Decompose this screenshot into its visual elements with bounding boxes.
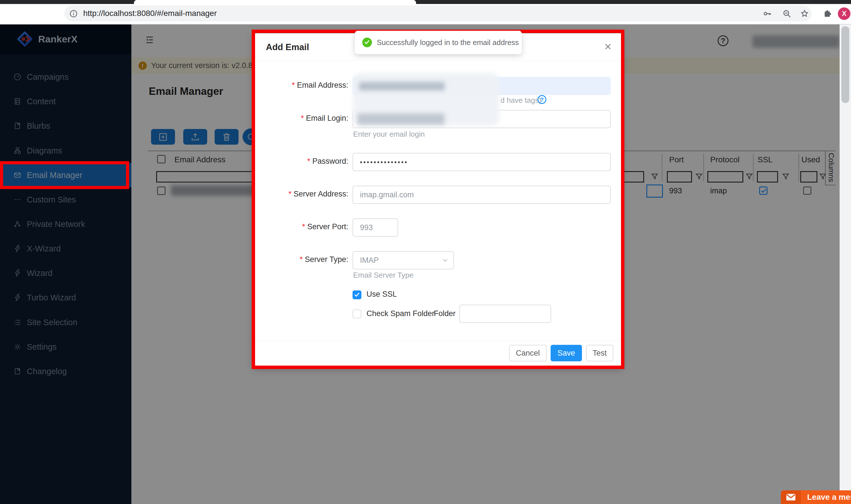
browser-tab-strip bbox=[0, 0, 851, 4]
question-circle-icon[interactable]: ? bbox=[538, 95, 546, 104]
check-spam-folder-checkbox[interactable] bbox=[352, 309, 361, 318]
puzzle-extensions-icon[interactable] bbox=[822, 9, 832, 18]
email-login-helper: Enter your email login bbox=[353, 130, 424, 139]
chat-widget[interactable]: Leave a messa bbox=[781, 490, 851, 504]
browser-active-tab[interactable] bbox=[134, 0, 416, 4]
modal-title: Add Email bbox=[266, 42, 309, 52]
folder-input[interactable] bbox=[459, 305, 551, 323]
info-icon[interactable] bbox=[69, 9, 78, 18]
check-spam-folder-label[interactable]: Check Spam Folder bbox=[366, 309, 435, 318]
check-icon bbox=[365, 39, 369, 44]
server-type-helper: Email Server Type bbox=[353, 271, 414, 280]
use-ssl-label[interactable]: Use SSL bbox=[366, 290, 397, 299]
server-type-select[interactable]: IMAP bbox=[352, 251, 454, 269]
test-button[interactable]: Test bbox=[586, 345, 613, 361]
save-button[interactable]: Save bbox=[551, 345, 582, 361]
browser-profile-avatar[interactable]: X bbox=[838, 7, 850, 20]
server-type-value: IMAP bbox=[353, 252, 453, 269]
modal-footer-divider bbox=[254, 341, 622, 341]
envelope-icon bbox=[781, 490, 801, 504]
server-port-label: Server Port: bbox=[257, 222, 348, 233]
chat-widget-label: Leave a messa bbox=[807, 490, 851, 504]
success-check-icon bbox=[362, 38, 372, 47]
star-bookmark-icon[interactable] bbox=[800, 9, 810, 18]
email-address-label: Email Address: bbox=[257, 81, 348, 91]
browser-toolbar-divider bbox=[0, 24, 851, 24]
cancel-button[interactable]: Cancel bbox=[509, 345, 546, 361]
scrollbar-thumb[interactable] bbox=[841, 26, 849, 103]
email-login-label: Email Login: bbox=[257, 114, 348, 124]
screenshot-root: http://localhost:8080/#/email-manager X … bbox=[0, 0, 851, 504]
email-address-helper: d have tags) bbox=[501, 96, 541, 105]
password-label: Password: bbox=[257, 157, 348, 167]
password-masked-value: •••••••••••••• bbox=[353, 154, 610, 171]
server-type-label: Server Type: bbox=[257, 255, 348, 265]
server-port-value: 993 bbox=[353, 219, 398, 236]
check-icon bbox=[354, 292, 359, 297]
url-text[interactable]: http://localhost:8080/#/email-manager bbox=[83, 5, 217, 21]
blurred-email-value bbox=[359, 82, 445, 91]
zoom-out-icon[interactable] bbox=[782, 9, 792, 18]
server-port-input[interactable]: 993 bbox=[352, 218, 398, 237]
chevron-down-icon bbox=[441, 256, 449, 264]
server-address-value: imap.gmail.com bbox=[353, 186, 610, 203]
folder-label: Folder bbox=[434, 309, 456, 318]
use-ssl-checkbox[interactable] bbox=[352, 290, 361, 299]
key-icon[interactable] bbox=[763, 9, 772, 18]
blurred-login-value bbox=[358, 113, 445, 125]
server-address-label: Server Address: bbox=[257, 190, 348, 200]
server-address-input[interactable]: imap.gmail.com bbox=[352, 186, 611, 204]
close-icon[interactable]: × bbox=[601, 40, 615, 54]
toast-message: Successfully logged in to the email addr… bbox=[377, 31, 519, 54]
password-input[interactable]: •••••••••••••• bbox=[352, 153, 611, 171]
